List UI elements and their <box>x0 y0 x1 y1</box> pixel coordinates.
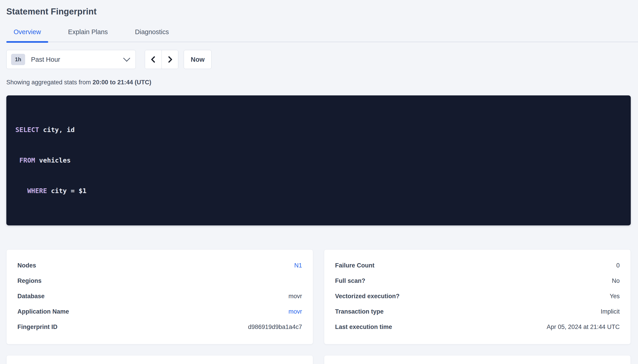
table-row: Nodes N1 <box>18 258 302 273</box>
application-name-label: Application Name <box>18 308 69 315</box>
next-interval-button[interactable] <box>162 50 178 69</box>
application-name-link[interactable]: movr <box>288 308 302 315</box>
execution-stats-card: Statement Time 454.1 µs Execution: 373.4… <box>6 355 313 364</box>
fingerprint-id-label: Fingerprint ID <box>18 324 58 330</box>
time-interval-select[interactable]: 1h Past Hour <box>6 50 136 69</box>
table-row: Vectorized execution? Yes <box>335 288 620 304</box>
last-execution-time-value: Apr 05, 2024 at 21:44 UTC <box>547 324 620 330</box>
database-label: Database <box>18 293 45 300</box>
regions-label: Regions <box>18 278 42 284</box>
full-scan-label: Full scan? <box>335 278 365 284</box>
sql-indent <box>16 156 19 164</box>
database-value: movr <box>288 293 302 300</box>
tab-bar: Overview Explain Plans Diagnostics <box>6 28 638 42</box>
sql-text: city = $1 <box>47 187 87 195</box>
table-row: Transaction type Implicit <box>335 304 620 319</box>
chevron-left-icon <box>150 56 157 63</box>
timing-latency-row: Statement Time 454.1 µs Execution: 373.4… <box>6 355 631 364</box>
statement-details-card: Nodes N1 Regions Database movr Applicati… <box>6 249 313 344</box>
node-link[interactable]: N1 <box>294 262 302 269</box>
interval-pager <box>145 50 178 69</box>
sql-indent <box>16 187 27 195</box>
statement-attributes-card: Failure Count 0 Full scan? No Vectorized… <box>324 249 631 344</box>
table-row: Failure Count 0 <box>335 258 620 273</box>
interval-label: Past Hour <box>31 56 60 63</box>
interval-badge: 1h <box>11 54 25 65</box>
vectorized-execution-label: Vectorized execution? <box>335 293 400 300</box>
table-row: Regions <box>18 273 302 288</box>
table-row: Last execution time Apr 05, 2024 at 21:4… <box>335 319 620 334</box>
sql-line: WHERE city = $1 <box>16 186 622 196</box>
stats-summary-range: 20:00 to 21:44 (UTC) <box>93 79 151 86</box>
tab-diagnostics[interactable]: Diagnostics <box>128 28 176 42</box>
fingerprint-id-value: d986919d9ba1a4c7 <box>248 324 302 330</box>
sql-keyword: WHERE <box>27 187 47 195</box>
failure-count-value: 0 <box>616 262 620 269</box>
page-title: Statement Fingerprint <box>6 7 631 16</box>
tab-explain-plans[interactable]: Explain Plans <box>61 28 115 42</box>
sql-keyword: FROM <box>19 156 35 164</box>
latency-stats-card: Contention Time 24.7 µs SQL CPU Time 16.… <box>324 355 631 364</box>
table-row: Database movr <box>18 288 302 304</box>
chevron-right-icon <box>166 56 174 63</box>
vectorized-execution-value: Yes <box>610 293 620 300</box>
sql-text: city, id <box>39 126 75 134</box>
prev-interval-button[interactable] <box>145 50 162 69</box>
chevron-down-icon <box>123 55 130 62</box>
full-scan-value: No <box>612 278 620 284</box>
aggregated-stats-summary: Showing aggregated stats from 20:00 to 2… <box>6 79 631 86</box>
time-controls: 1h Past Hour Now <box>6 50 631 69</box>
now-button[interactable]: Now <box>184 50 212 69</box>
sql-line: SELECT city, id <box>16 125 622 135</box>
details-attributes-row: Nodes N1 Regions Database movr Applicati… <box>6 249 631 344</box>
tab-overview[interactable]: Overview <box>6 28 48 42</box>
table-row: Fingerprint ID d986919d9ba1a4c7 <box>18 319 302 334</box>
table-row: Full scan? No <box>335 273 620 288</box>
statement-fingerprint-page: Statement Fingerprint Overview Explain P… <box>0 0 638 364</box>
failure-count-label: Failure Count <box>335 262 374 269</box>
table-row: Application Name movr <box>18 304 302 319</box>
last-execution-time-label: Last execution time <box>335 324 392 330</box>
sql-line: FROM vehicles <box>16 155 622 166</box>
stats-summary-prefix: Showing aggregated stats from <box>6 79 93 86</box>
statement-sql-box: SELECT city, id FROM vehicles WHERE city… <box>6 96 631 226</box>
transaction-type-label: Transaction type <box>335 308 384 315</box>
nodes-label: Nodes <box>18 262 36 269</box>
transaction-type-value: Implicit <box>601 308 620 315</box>
sql-keyword: SELECT <box>16 126 39 134</box>
sql-text: vehicles <box>35 156 71 164</box>
